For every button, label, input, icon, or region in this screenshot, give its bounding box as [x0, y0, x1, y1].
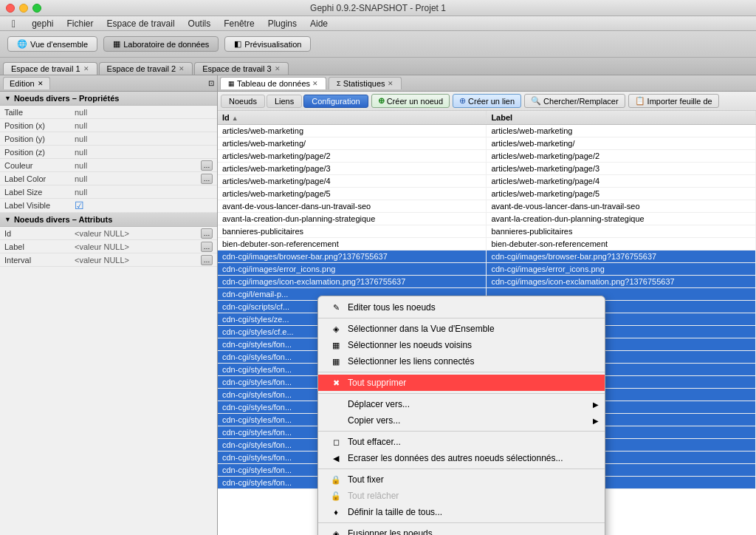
- attributes-arrow: ▼: [4, 216, 11, 223]
- ctx-sep-3: [318, 393, 605, 394]
- table-row[interactable]: bien-debuter-son-referencementbien-debut…: [218, 238, 756, 251]
- attr-interval-btn[interactable]: …: [201, 255, 213, 265]
- table-row[interactable]: avant-de-vous-lancer-dans-un-travail-seo…: [218, 200, 756, 213]
- prop-label-color-btn[interactable]: …: [201, 174, 213, 184]
- attr-label-value: <valeur NULL>: [75, 242, 201, 251]
- importer-button[interactable]: 📋 Importer feuille de: [628, 94, 719, 108]
- menu-espace-de-travail[interactable]: Espace de travail: [101, 18, 181, 30]
- table-row[interactable]: articles/web-marketing/page/5articles/we…: [218, 188, 756, 200]
- ctx-ecraser[interactable]: ◀ Ecraser les données des autres noeuds …: [318, 450, 605, 466]
- laboratoire-label: Laboratoire de données: [123, 40, 209, 49]
- app-title: Gephi 0.9.2-SNAPSHOT - Projet 1: [310, 3, 446, 13]
- prop-label-visible-checkbox[interactable]: ☑: [75, 200, 84, 211]
- ctx-copier[interactable]: Copier vers... ▶: [318, 412, 605, 429]
- ctx-tout-effacer[interactable]: ◻ Tout effacer...: [318, 434, 605, 450]
- cell-id: articles/web-marketing/page/3: [218, 163, 487, 175]
- ctx-tout-fixer[interactable]: 🔒 Tout fixer: [318, 471, 605, 488]
- ctx-deplacer[interactable]: Déplacer vers... ▶: [318, 396, 605, 412]
- traffic-lights: [6, 4, 41, 13]
- ctx-definir-taille[interactable]: ♦ Définir la taille de tous...: [318, 504, 605, 520]
- delete-icon: ✖: [330, 378, 342, 388]
- table-row[interactable]: bannieres-publicitairesbannieres-publici…: [218, 225, 756, 238]
- cell-label: articles/web-marketing/: [487, 137, 756, 150]
- tab-statistiques-close[interactable]: ✕: [388, 80, 394, 87]
- ctx-selectionner-liens[interactable]: ▦ Sélectionner les liens connectés: [318, 353, 605, 369]
- workspace-tab-1-close[interactable]: ✕: [83, 65, 89, 72]
- table-row[interactable]: avant-la-creation-dun-planning-strategiq…: [218, 213, 756, 225]
- edition-tab[interactable]: Edition ✕: [3, 77, 50, 89]
- col-label-header[interactable]: Label: [487, 111, 756, 125]
- col-id-header[interactable]: Id ▲: [218, 111, 487, 125]
- workspace-tab-2[interactable]: Espace de travail 2 ✕: [99, 62, 193, 75]
- laboratoire-button[interactable]: ▦ Laboratoire de données: [103, 36, 219, 52]
- attr-id-btn[interactable]: …: [201, 228, 213, 239]
- vue-ensemble-button[interactable]: 🌐 Vue d'ensemble: [7, 36, 97, 52]
- ctx-selectionner-voisins[interactable]: ▦ Sélectionner les noeuds voisins: [318, 337, 605, 353]
- table-row[interactable]: articles/web-marketing/page/4articles/we…: [218, 175, 756, 188]
- workspace-tab-1-label: Espace de travail 1: [11, 64, 80, 73]
- panel-maximize-icon[interactable]: ⊡: [208, 79, 214, 87]
- menu-outils[interactable]: Outils: [182, 18, 217, 30]
- menu-fichier[interactable]: Fichier: [61, 18, 100, 30]
- table-row[interactable]: cdn-cgi/images/browser-bar.png?137675563…: [218, 251, 756, 263]
- prop-pos-y: Position (y) null: [0, 132, 217, 146]
- menu-fenetre[interactable]: Fenêtre: [218, 18, 260, 30]
- attr-id: Id <valeur NULL> …: [0, 227, 217, 240]
- ctx-fusionner[interactable]: ◈ Fusionner les noeuds...: [318, 525, 605, 535]
- configuration-tab[interactable]: Configuration: [303, 95, 368, 108]
- menu-plugins[interactable]: Plugins: [262, 18, 303, 30]
- prop-pos-x-name: Position (x): [4, 121, 75, 130]
- cell-id: articles/web-marketing: [218, 125, 487, 137]
- workspace-tab-2-close[interactable]: ✕: [179, 65, 185, 72]
- prop-couleur-btn[interactable]: …: [201, 160, 213, 171]
- workspace-tab-3[interactable]: Espace de travail 3 ✕: [194, 62, 289, 75]
- prop-pos-z: Position (z) null: [0, 146, 217, 159]
- close-button[interactable]: [6, 4, 15, 13]
- table-row[interactable]: cdn-cgi/images/error_icons.pngcdn-cgi/im…: [218, 263, 756, 276]
- ctx-selectionner-vue[interactable]: ◈ Sélectionner dans la Vue d'Ensemble: [318, 321, 605, 337]
- search-icon: 🔍: [531, 96, 541, 106]
- table-row[interactable]: cdn-cgi/images/icon-exclamation.png?1376…: [218, 276, 756, 288]
- cell-id: articles/web-marketing/page/5: [218, 188, 487, 200]
- previsualisation-button[interactable]: ◧ Prévisualisation: [224, 36, 311, 52]
- menu-gephi[interactable]: gephi: [26, 18, 59, 30]
- noeuds-tab[interactable]: Noeuds: [221, 95, 265, 108]
- ctx-tout-supprimer[interactable]: ✖ Tout supprimer: [318, 375, 605, 391]
- cell-label: cdn-cgi/images/icon-exclamation.png?1376…: [487, 276, 756, 288]
- tab-tableau-label: Tableau de données: [237, 79, 310, 88]
- tab-statistiques[interactable]: Σ Statistiques ✕: [329, 77, 401, 89]
- liens-tab[interactable]: Liens: [267, 95, 302, 108]
- attr-id-value: <valeur NULL>: [75, 229, 201, 238]
- ctx-editer[interactable]: ✎ Editer tous les noeuds: [318, 299, 605, 316]
- ctx-tout-fixer-label: Tout fixer: [348, 474, 384, 485]
- merge-icon: ◈: [330, 529, 342, 536]
- table-row[interactable]: articles/web-marketing/page/2articles/we…: [218, 150, 756, 163]
- cell-id: bien-debuter-son-referencement: [218, 238, 487, 251]
- prop-label-visible: Label Visible ☑: [0, 199, 217, 213]
- creer-lien-label: Créer un lien: [468, 97, 515, 106]
- prop-label-size: Label Size null: [0, 185, 217, 199]
- attr-label-btn[interactable]: …: [201, 242, 213, 252]
- creer-lien-button[interactable]: ⊕ Créer un lien: [453, 94, 521, 108]
- minimize-button[interactable]: [19, 4, 28, 13]
- ctx-tout-effacer-label: Tout effacer...: [348, 437, 401, 447]
- tab-tableau-close[interactable]: ✕: [312, 80, 318, 87]
- table-row[interactable]: articles/web-marketing/articles/web-mark…: [218, 137, 756, 150]
- apple-menu[interactable]: : [6, 17, 21, 30]
- table-row[interactable]: articles/web-marketing/page/3articles/we…: [218, 163, 756, 175]
- workspace-tab-1[interactable]: Espace de travail 1 ✕: [3, 62, 97, 75]
- overwrite-icon: ◀: [330, 454, 342, 463]
- attributes-title: Noeuds divers – Attributs: [14, 215, 112, 224]
- cell-label: bannieres-publicitaires: [487, 225, 756, 238]
- menu-aide[interactable]: Aide: [304, 18, 334, 30]
- maximize-button[interactable]: [32, 4, 41, 13]
- chercher-remplacer-button[interactable]: 🔍 Chercher/Remplacer: [524, 94, 625, 108]
- workspace-tab-3-close[interactable]: ✕: [275, 65, 281, 72]
- edit-icon: ✎: [330, 303, 342, 313]
- cell-label: articles/web-marketing: [487, 125, 756, 137]
- tab-tableau[interactable]: ▦ Tableau de données ✕: [220, 77, 326, 89]
- creer-noeud-button[interactable]: ⊕ Créer un noeud: [371, 94, 450, 108]
- import-icon: 📋: [635, 96, 645, 106]
- edition-tab-close[interactable]: ✕: [38, 80, 44, 87]
- table-row[interactable]: articles/web-marketingarticles/web-marke…: [218, 125, 756, 137]
